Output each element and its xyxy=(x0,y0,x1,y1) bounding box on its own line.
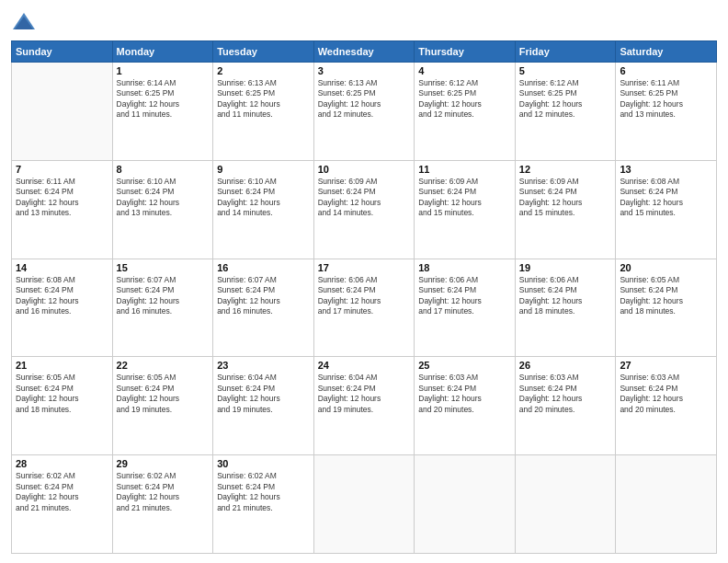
calendar-cell: 28Sunrise: 6:02 AM Sunset: 6:24 PM Dayli… xyxy=(12,455,113,554)
cell-info: Sunrise: 6:02 AM Sunset: 6:24 PM Dayligh… xyxy=(217,471,310,513)
page: SundayMondayTuesdayWednesdayThursdayFrid… xyxy=(0,0,728,563)
cell-info: Sunrise: 6:11 AM Sunset: 6:24 PM Dayligh… xyxy=(16,177,108,219)
calendar-week-row: 28Sunrise: 6:02 AM Sunset: 6:24 PM Dayli… xyxy=(12,455,717,554)
day-number: 5 xyxy=(519,65,612,76)
cell-info: Sunrise: 6:06 AM Sunset: 6:24 PM Dayligh… xyxy=(519,275,612,317)
cell-info: Sunrise: 6:03 AM Sunset: 6:24 PM Dayligh… xyxy=(418,373,511,415)
cell-info: Sunrise: 6:09 AM Sunset: 6:24 PM Dayligh… xyxy=(519,177,612,219)
weekday-header: Sunday xyxy=(12,41,113,63)
weekday-header: Wednesday xyxy=(313,41,415,63)
day-number: 22 xyxy=(117,360,210,371)
weekday-header: Thursday xyxy=(415,41,516,63)
day-number: 20 xyxy=(620,262,712,273)
cell-info: Sunrise: 6:05 AM Sunset: 6:24 PM Dayligh… xyxy=(620,275,712,317)
cell-info: Sunrise: 6:03 AM Sunset: 6:24 PM Dayligh… xyxy=(620,373,712,415)
calendar-cell: 12Sunrise: 6:09 AM Sunset: 6:24 PM Dayli… xyxy=(515,160,616,259)
day-number: 11 xyxy=(418,164,511,175)
calendar-week-row: 7Sunrise: 6:11 AM Sunset: 6:24 PM Daylig… xyxy=(12,160,717,259)
calendar-table: SundayMondayTuesdayWednesdayThursdayFrid… xyxy=(11,40,717,554)
day-number: 18 xyxy=(418,262,511,273)
cell-info: Sunrise: 6:02 AM Sunset: 6:24 PM Dayligh… xyxy=(117,471,210,513)
calendar-cell: 25Sunrise: 6:03 AM Sunset: 6:24 PM Dayli… xyxy=(415,357,516,455)
calendar-week-row: 21Sunrise: 6:05 AM Sunset: 6:24 PM Dayli… xyxy=(12,357,717,455)
day-number: 26 xyxy=(519,360,612,371)
calendar-cell: 11Sunrise: 6:09 AM Sunset: 6:24 PM Dayli… xyxy=(415,160,516,259)
day-number: 7 xyxy=(16,164,108,175)
cell-info: Sunrise: 6:08 AM Sunset: 6:24 PM Dayligh… xyxy=(16,275,108,317)
calendar-cell: 4Sunrise: 6:12 AM Sunset: 6:25 PM Daylig… xyxy=(415,63,516,161)
calendar-cell xyxy=(616,455,717,554)
day-number: 19 xyxy=(519,262,612,273)
cell-info: Sunrise: 6:09 AM Sunset: 6:24 PM Dayligh… xyxy=(318,177,411,219)
cell-info: Sunrise: 6:05 AM Sunset: 6:24 PM Dayligh… xyxy=(16,373,108,415)
day-number: 14 xyxy=(16,262,108,273)
calendar-cell: 24Sunrise: 6:04 AM Sunset: 6:24 PM Dayli… xyxy=(313,357,415,455)
cell-info: Sunrise: 6:03 AM Sunset: 6:24 PM Dayligh… xyxy=(519,373,612,415)
calendar-cell: 2Sunrise: 6:13 AM Sunset: 6:25 PM Daylig… xyxy=(213,63,314,161)
calendar-cell: 3Sunrise: 6:13 AM Sunset: 6:25 PM Daylig… xyxy=(313,63,415,161)
cell-info: Sunrise: 6:13 AM Sunset: 6:25 PM Dayligh… xyxy=(217,78,310,121)
cell-info: Sunrise: 6:12 AM Sunset: 6:25 PM Dayligh… xyxy=(418,78,511,121)
calendar-cell: 29Sunrise: 6:02 AM Sunset: 6:24 PM Dayli… xyxy=(112,455,213,554)
day-number: 13 xyxy=(620,164,712,175)
day-number: 8 xyxy=(117,164,210,175)
calendar-cell: 15Sunrise: 6:07 AM Sunset: 6:24 PM Dayli… xyxy=(112,259,213,357)
cell-info: Sunrise: 6:11 AM Sunset: 6:25 PM Dayligh… xyxy=(620,78,712,121)
calendar-week-row: 1Sunrise: 6:14 AM Sunset: 6:25 PM Daylig… xyxy=(12,63,717,161)
calendar-cell: 23Sunrise: 6:04 AM Sunset: 6:24 PM Dayli… xyxy=(213,357,314,455)
calendar-cell: 22Sunrise: 6:05 AM Sunset: 6:24 PM Dayli… xyxy=(112,357,213,455)
day-number: 10 xyxy=(318,164,411,175)
day-number: 6 xyxy=(620,65,712,76)
calendar-cell: 18Sunrise: 6:06 AM Sunset: 6:24 PM Dayli… xyxy=(415,259,516,357)
day-number: 12 xyxy=(519,164,612,175)
logo-icon xyxy=(11,9,37,35)
calendar-cell: 20Sunrise: 6:05 AM Sunset: 6:24 PM Dayli… xyxy=(616,259,717,357)
cell-info: Sunrise: 6:12 AM Sunset: 6:25 PM Dayligh… xyxy=(519,78,612,121)
cell-info: Sunrise: 6:08 AM Sunset: 6:24 PM Dayligh… xyxy=(620,177,712,219)
cell-info: Sunrise: 6:07 AM Sunset: 6:24 PM Dayligh… xyxy=(217,275,310,317)
day-number: 24 xyxy=(318,360,411,371)
weekday-header: Saturday xyxy=(616,41,717,63)
cell-info: Sunrise: 6:04 AM Sunset: 6:24 PM Dayligh… xyxy=(217,373,310,415)
calendar-cell: 17Sunrise: 6:06 AM Sunset: 6:24 PM Dayli… xyxy=(313,259,415,357)
day-number: 28 xyxy=(16,458,108,469)
calendar-cell xyxy=(12,63,113,161)
calendar-cell xyxy=(415,455,516,554)
day-number: 4 xyxy=(418,65,511,76)
cell-info: Sunrise: 6:04 AM Sunset: 6:24 PM Dayligh… xyxy=(318,373,411,415)
calendar-week-row: 14Sunrise: 6:08 AM Sunset: 6:24 PM Dayli… xyxy=(12,259,717,357)
day-number: 23 xyxy=(217,360,310,371)
day-number: 1 xyxy=(117,65,210,76)
cell-info: Sunrise: 6:09 AM Sunset: 6:24 PM Dayligh… xyxy=(418,177,511,219)
day-number: 21 xyxy=(16,360,108,371)
cell-info: Sunrise: 6:13 AM Sunset: 6:25 PM Dayligh… xyxy=(318,78,411,121)
day-number: 9 xyxy=(217,164,310,175)
day-number: 25 xyxy=(418,360,511,371)
day-number: 2 xyxy=(217,65,310,76)
header xyxy=(11,9,717,35)
day-number: 30 xyxy=(217,458,310,469)
calendar-cell: 13Sunrise: 6:08 AM Sunset: 6:24 PM Dayli… xyxy=(616,160,717,259)
calendar-cell: 21Sunrise: 6:05 AM Sunset: 6:24 PM Dayli… xyxy=(12,357,113,455)
calendar-cell: 16Sunrise: 6:07 AM Sunset: 6:24 PM Dayli… xyxy=(213,259,314,357)
logo xyxy=(11,9,40,35)
cell-info: Sunrise: 6:05 AM Sunset: 6:24 PM Dayligh… xyxy=(117,373,210,415)
calendar-cell: 1Sunrise: 6:14 AM Sunset: 6:25 PM Daylig… xyxy=(112,63,213,161)
calendar-cell: 14Sunrise: 6:08 AM Sunset: 6:24 PM Dayli… xyxy=(12,259,113,357)
weekday-header: Tuesday xyxy=(213,41,314,63)
calendar-cell xyxy=(515,455,616,554)
day-number: 16 xyxy=(217,262,310,273)
day-number: 15 xyxy=(117,262,210,273)
calendar-cell: 30Sunrise: 6:02 AM Sunset: 6:24 PM Dayli… xyxy=(213,455,314,554)
calendar-cell: 10Sunrise: 6:09 AM Sunset: 6:24 PM Dayli… xyxy=(313,160,415,259)
calendar-cell: 27Sunrise: 6:03 AM Sunset: 6:24 PM Dayli… xyxy=(616,357,717,455)
cell-info: Sunrise: 6:06 AM Sunset: 6:24 PM Dayligh… xyxy=(318,275,411,317)
cell-info: Sunrise: 6:02 AM Sunset: 6:24 PM Dayligh… xyxy=(16,471,108,513)
calendar-cell xyxy=(313,455,415,554)
cell-info: Sunrise: 6:14 AM Sunset: 6:25 PM Dayligh… xyxy=(117,78,210,121)
calendar-cell: 5Sunrise: 6:12 AM Sunset: 6:25 PM Daylig… xyxy=(515,63,616,161)
calendar-cell: 19Sunrise: 6:06 AM Sunset: 6:24 PM Dayli… xyxy=(515,259,616,357)
calendar-cell: 9Sunrise: 6:10 AM Sunset: 6:24 PM Daylig… xyxy=(213,160,314,259)
calendar-cell: 8Sunrise: 6:10 AM Sunset: 6:24 PM Daylig… xyxy=(112,160,213,259)
calendar-header-row: SundayMondayTuesdayWednesdayThursdayFrid… xyxy=(12,41,717,63)
